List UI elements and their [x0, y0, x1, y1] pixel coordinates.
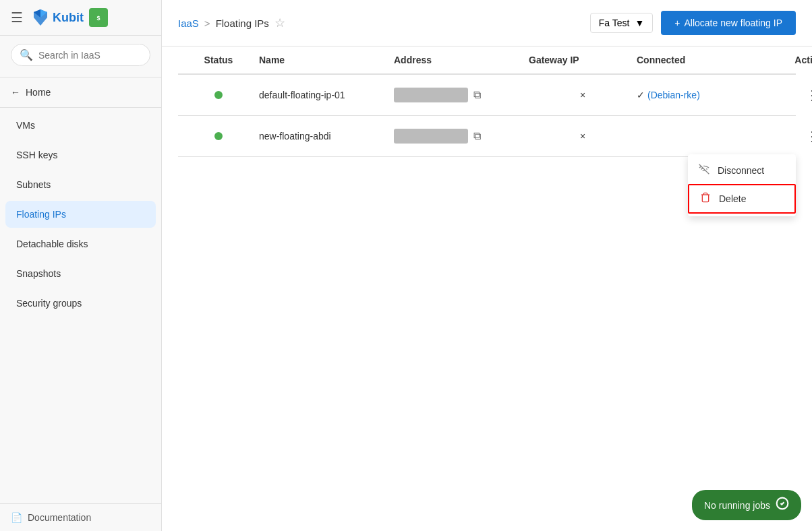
row2-status: [178, 132, 259, 140]
table-header: Status Name Address Gateway IP Connected…: [178, 46, 796, 75]
col-address: Address: [394, 55, 529, 65]
allocate-floating-ip-button[interactable]: + Allocate new floating IP: [661, 11, 796, 35]
copy-icon[interactable]: ⧉: [473, 130, 481, 142]
status-active-dot: [214, 91, 223, 99]
sidebar-item-ssh-keys[interactable]: SSH keys: [5, 142, 156, 168]
row2-gateway: ×: [529, 131, 637, 142]
row1-gateway: ×: [529, 90, 637, 100]
no-running-jobs-badge[interactable]: No running jobs: [692, 490, 801, 520]
row1-actions: ⋮: [772, 84, 812, 106]
sidebar-header: ☰ Kubit $: [0, 0, 161, 36]
row1-actions-menu-button[interactable]: ⋮: [803, 84, 812, 106]
sidebar-item-subnets[interactable]: Subnets: [5, 171, 156, 198]
search-box[interactable]: 🔍: [11, 44, 150, 66]
logo-area: Kubit $: [31, 8, 108, 27]
row1-address: ⧉: [394, 88, 529, 102]
col-gateway: Gateway IP: [529, 55, 637, 65]
disconnect-menu-item[interactable]: Disconnect: [688, 157, 796, 184]
bottom-bar: No running jobs: [692, 490, 801, 520]
documentation-link[interactable]: 📄 Documentation: [0, 503, 161, 531]
col-actions: Actions: [772, 55, 812, 65]
nav-divider-home: [0, 107, 161, 108]
no-jobs-label: No running jobs: [704, 500, 770, 511]
status-active-dot: [214, 132, 223, 140]
row2-actions: ⋮: [772, 125, 812, 147]
delete-menu-item[interactable]: Delete: [688, 184, 796, 214]
delete-label: Delete: [719, 193, 746, 204]
topbar-right: Fa Test ▼ + Allocate new floating IP: [590, 11, 796, 35]
row1-status: [178, 91, 259, 99]
breadcrumb: IaaS > Floating IPs ☆: [178, 15, 285, 30]
trash-icon: [700, 192, 711, 206]
row2-name: new-floating-abdi: [259, 131, 394, 142]
favorite-star-icon[interactable]: ☆: [274, 15, 285, 30]
check-circle-icon: [776, 497, 789, 513]
col-connected: Connected: [637, 55, 772, 65]
checkmark-icon: ✓: [637, 90, 645, 100]
home-arrow-icon: ←: [11, 87, 20, 98]
table-row: new-floating-abdi ⧉ × ⋮: [178, 116, 796, 157]
col-name: Name: [259, 55, 394, 65]
main-content: IaaS > Floating IPs ☆ Fa Test ▼ + Alloca…: [162, 0, 812, 531]
sidebar-item-detachable-disks[interactable]: Detachable disks: [5, 230, 156, 257]
plus-icon: +: [674, 18, 680, 28]
chevron-down-icon: ▼: [635, 18, 644, 28]
col-status: Status: [178, 55, 259, 65]
hamburger-icon[interactable]: ☰: [11, 9, 23, 26]
copy-icon[interactable]: ⧉: [473, 89, 481, 101]
content-area: Status Name Address Gateway IP Connected…: [162, 46, 812, 531]
search-input[interactable]: [38, 50, 142, 61]
actions-dropdown-menu: Disconnect Delete: [688, 154, 796, 216]
search-icon: 🔍: [20, 49, 33, 61]
sidebar-item-security-groups[interactable]: Security groups: [5, 290, 156, 317]
table-row: default-floating-ip-01 ⧉ × ✓ (Debian-rke…: [178, 75, 796, 116]
project-name: Fa Test: [599, 18, 630, 28]
doc-icon: 📄: [11, 512, 22, 523]
secondary-logo: $: [89, 8, 108, 27]
sidebar: ☰ Kubit $ 🔍 ← Home: [0, 0, 162, 531]
project-selector[interactable]: Fa Test ▼: [590, 13, 654, 33]
address-masked: [394, 129, 468, 144]
disconnect-label: Disconnect: [718, 165, 764, 176]
disconnect-icon: [699, 164, 709, 177]
sidebar-item-floating-ips[interactable]: Floating IPs: [5, 201, 156, 228]
row2-address: ⧉: [394, 129, 529, 144]
row1-name: default-floating-ip-01: [259, 90, 394, 100]
svg-text:$: $: [96, 15, 100, 22]
topbar: IaaS > Floating IPs ☆ Fa Test ▼ + Alloca…: [162, 0, 812, 46]
row1-vm-name[interactable]: (Debian-rke): [647, 90, 700, 100]
breadcrumb-separator: >: [204, 18, 210, 29]
breadcrumb-root[interactable]: IaaS: [178, 18, 199, 29]
breadcrumb-current: Floating IPs: [216, 18, 269, 29]
row1-connected: ✓ (Debian-rke): [637, 90, 772, 100]
address-masked: [394, 88, 468, 102]
home-nav-item[interactable]: ← Home: [0, 80, 161, 104]
kubit-logo: Kubit: [31, 8, 84, 27]
sidebar-item-vms[interactable]: VMs: [5, 112, 156, 139]
row2-actions-menu-button[interactable]: ⋮: [803, 125, 812, 147]
sidebar-item-snapshots[interactable]: Snapshots: [5, 260, 156, 287]
nav-divider-top: [0, 77, 161, 77]
